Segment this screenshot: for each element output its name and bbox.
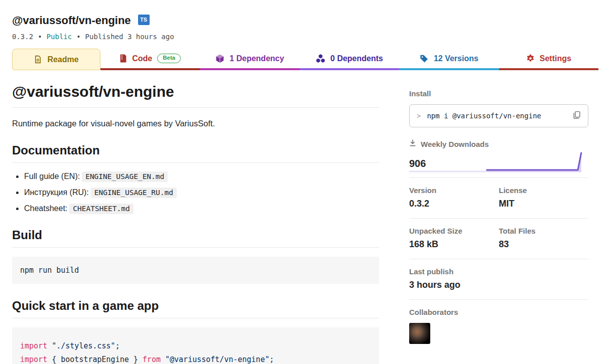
code-file-icon bbox=[119, 54, 127, 63]
package-stats: Version 0.3.2 License MIT Unpacked Size … bbox=[409, 177, 588, 353]
tab-code-label: Code bbox=[132, 54, 152, 63]
copy-button[interactable] bbox=[572, 111, 581, 121]
install-command-box[interactable]: > npm i @variussoft/vn-engine bbox=[409, 104, 588, 127]
tab-settings-label: Settings bbox=[540, 54, 571, 63]
version-license-row: Version 0.3.2 License MIT bbox=[409, 178, 588, 218]
unpacked-size-label: Unpacked Size bbox=[409, 227, 499, 235]
tab-dependency-label: 1 Dependency bbox=[229, 54, 284, 63]
unpacked-size-value: 168 kB bbox=[409, 239, 499, 250]
collaborators-section: Collaborators bbox=[409, 299, 588, 353]
total-files-value: 83 bbox=[499, 239, 589, 250]
tab-readme[interactable]: Readme bbox=[12, 49, 100, 70]
tab-versions-label: 12 Versions bbox=[434, 54, 478, 63]
prompt-chevron: > bbox=[417, 112, 421, 120]
weekly-downloads-value: 906 bbox=[409, 158, 426, 169]
version-value: 0.3.2 bbox=[409, 199, 499, 209]
readme-title: @variussoft/vn-engine bbox=[12, 83, 379, 108]
package-name: @variussoft/vn-engine bbox=[12, 15, 131, 26]
copy-icon bbox=[572, 111, 581, 121]
last-publish-row: Last publish 3 hours ago bbox=[409, 259, 588, 299]
meta-published: Published 3 hours ago bbox=[85, 33, 174, 41]
license-label: License bbox=[499, 186, 589, 195]
install-label: Install bbox=[409, 89, 588, 98]
tab-dependency[interactable]: 1 Dependency bbox=[200, 49, 299, 70]
doc-file-code: ENGINE_USAGE_EN.md bbox=[82, 171, 168, 182]
license-value: MIT bbox=[499, 199, 589, 209]
cube-icon bbox=[215, 54, 224, 63]
meta-version: 0.3.2 bbox=[12, 33, 33, 41]
last-publish-label: Last publish bbox=[409, 267, 588, 276]
size-files-row: Unpacked Size 168 kB Total Files 83 bbox=[409, 218, 588, 259]
tag-icon bbox=[420, 54, 429, 63]
package-header: @variussoft/vn-engine TS 0.3.2 • Public … bbox=[12, 0, 598, 41]
beta-badge: Beta bbox=[157, 54, 181, 63]
weekly-downloads-sparkline bbox=[409, 149, 588, 172]
readme-content: @variussoft/vn-engine Runtime package fo… bbox=[12, 83, 379, 364]
typescript-badge: TS bbox=[138, 15, 150, 25]
quickstart-heading: Quick start in a game app bbox=[12, 299, 379, 318]
list-item: Cheatsheet:CHEATSHEET.md bbox=[24, 204, 379, 213]
docs-list: Full guide (EN):ENGINE_USAGE_EN.md Инстр… bbox=[12, 172, 379, 213]
collaborators-label: Collaborators bbox=[409, 308, 588, 316]
collaborator-avatar[interactable] bbox=[409, 323, 430, 344]
weekly-downloads-section: Weekly Downloads 906 bbox=[409, 139, 588, 172]
package-meta: 0.3.2 • Public • Published 3 hours ago bbox=[12, 33, 598, 41]
cubes-icon bbox=[316, 54, 325, 63]
download-icon bbox=[409, 139, 416, 148]
doc-file-code: ENGINE_USAGE_RU.md bbox=[91, 188, 177, 198]
meta-visibility: Public bbox=[47, 33, 72, 41]
last-publish-value: 3 hours ago bbox=[409, 280, 588, 290]
tab-settings[interactable]: Settings bbox=[499, 49, 598, 70]
tab-readme-label: Readme bbox=[47, 55, 78, 64]
package-sidebar: Install > npm i @variussoft/vn-engine We… bbox=[409, 83, 588, 364]
weekly-downloads-label: Weekly Downloads bbox=[421, 140, 489, 148]
docs-heading: Documentation bbox=[12, 143, 379, 163]
list-item: Full guide (EN):ENGINE_USAGE_EN.md bbox=[24, 172, 379, 181]
gear-icon bbox=[526, 54, 535, 63]
quickstart-code-block: import "./styles.css"; import { bootstra… bbox=[12, 327, 379, 364]
npm-package-page: @variussoft/vn-engine TS 0.3.2 • Public … bbox=[0, 0, 613, 364]
readme-doc-icon bbox=[34, 55, 42, 64]
list-item: Инструкция (RU):ENGINE_USAGE_RU.md bbox=[24, 188, 379, 197]
tab-dependents[interactable]: 0 Dependents bbox=[300, 49, 399, 70]
tab-dependents-label: 0 Dependents bbox=[330, 54, 383, 63]
build-code-block: npm run build bbox=[12, 257, 379, 284]
total-files-label: Total Files bbox=[499, 227, 589, 235]
doc-file-code: CHEATSHEET.md bbox=[69, 204, 134, 214]
readme-description: Runtime package for visual-novel games b… bbox=[12, 119, 379, 128]
tab-code[interactable]: Code Beta bbox=[100, 49, 200, 70]
tab-bar: Readme Code Beta 1 Dependency 0 Dependen… bbox=[12, 49, 598, 70]
install-command: npm i @variussoft/vn-engine bbox=[427, 112, 572, 120]
tab-versions[interactable]: 12 Versions bbox=[399, 49, 499, 70]
build-heading: Build bbox=[12, 228, 379, 248]
version-label: Version bbox=[409, 186, 499, 195]
